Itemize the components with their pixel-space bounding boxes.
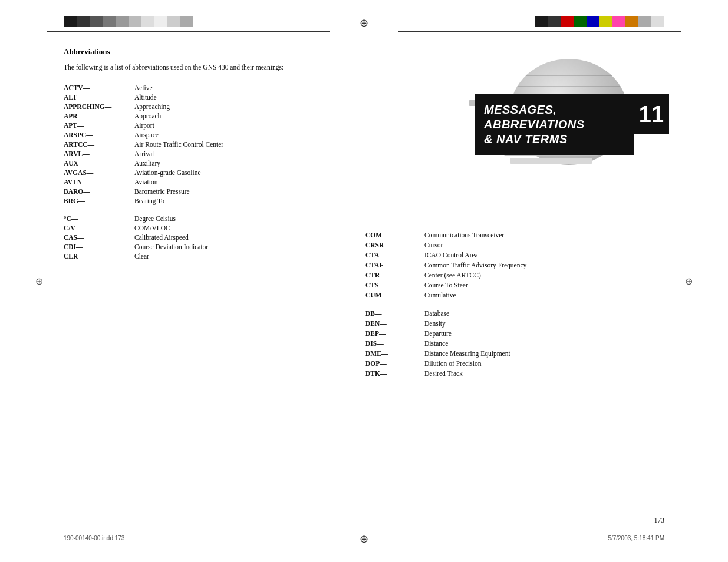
header-bar	[64, 16, 77, 27]
abbreviation-meaning: Distance Measuring Equipment	[424, 348, 654, 358]
abbreviation-term: DIS—	[365, 338, 424, 348]
list-item: DB—Database	[365, 308, 654, 318]
abbreviation-meaning: Active	[134, 83, 335, 92]
abbreviation-meaning: Arrival	[134, 149, 335, 158]
abbreviation-term: ARVL—	[64, 149, 134, 158]
page-number: 173	[654, 517, 664, 524]
header-bar	[129, 16, 141, 27]
top-rule-left	[47, 31, 330, 32]
list-item: CDI—Course Deviation Indicator	[64, 242, 335, 252]
header-bar	[535, 16, 548, 27]
abbreviation-term: CTS—	[365, 280, 424, 290]
abbreviation-term: AVGAS—	[64, 168, 134, 177]
abbreviation-meaning: Aviation-grade Gasoline	[134, 168, 335, 177]
abbreviation-term: CTR—	[365, 270, 424, 280]
section-title: Abbreviations	[64, 47, 335, 57]
abbreviation-term: AVTN—	[64, 177, 134, 187]
bottom-rule-left	[47, 531, 330, 531]
list-item: CLR—Clear	[64, 252, 335, 261]
abbreviation-meaning: Calibrated Airspeed	[134, 233, 335, 242]
bottom-rule-right	[398, 531, 681, 531]
footer-left: 190-00140-00.indd 173	[64, 535, 124, 541]
header-bar	[154, 16, 167, 27]
abbreviation-term: DB—	[365, 308, 424, 318]
abbreviation-term: APT—	[64, 121, 134, 130]
abbreviation-meaning: Departure	[424, 328, 654, 338]
header-bar	[612, 16, 625, 27]
abbreviation-meaning: Common Traffic Advisory Frequency	[424, 260, 654, 270]
header-bar	[77, 16, 90, 27]
header-bar	[561, 16, 574, 27]
abbreviation-term: APPRCHING—	[64, 102, 134, 111]
list-item: BRG—Bearing To	[64, 196, 335, 206]
header-bar	[103, 16, 116, 27]
list-item: AVTN—Aviation	[64, 177, 335, 187]
abbreviation-term: ARTCC—	[64, 140, 134, 149]
chapter-number-box: 11	[634, 94, 669, 134]
list-item: ALT—Altitude	[64, 92, 335, 102]
abbreviation-term: DME—	[365, 348, 424, 358]
abbreviation-term: C/V—	[64, 223, 134, 233]
header-bar	[167, 16, 180, 27]
page: ⊕ ⊕ ⊕ ⊕ Abbreviations The following is a…	[0, 0, 728, 562]
abbreviation-term: ALT—	[64, 92, 134, 102]
abbreviation-meaning: Airport	[134, 121, 335, 130]
left-column: Abbreviations The following is a list of…	[64, 47, 335, 261]
abbreviation-meaning: ICAO Control Area	[424, 250, 654, 260]
abbreviation-meaning: Dilution of Precision	[424, 358, 654, 368]
abbreviation-term: DTK—	[365, 368, 424, 378]
abbreviation-meaning: Cumulative	[424, 290, 654, 300]
abbreviation-meaning: Desired Track	[424, 368, 654, 378]
list-item: DME—Distance Measuring Equipment	[365, 348, 654, 358]
list-item: APPRCHING—Approaching	[64, 102, 335, 111]
abbreviation-term: CAS—	[64, 233, 134, 242]
abbreviation-meaning: Cursor	[424, 240, 654, 250]
list-item: APT—Airport	[64, 121, 335, 130]
list-item: CTS—Course To Steer	[365, 280, 654, 290]
header-bar	[587, 16, 599, 27]
header-bar	[638, 16, 651, 27]
abbreviation-term: COM—	[365, 230, 424, 240]
right-abbreviations-table: COM—Communications TransceiverCRSR—Curso…	[365, 230, 654, 378]
header-bar	[599, 16, 612, 27]
abbreviation-term: BARO—	[64, 187, 134, 196]
list-item: ARVL—Arrival	[64, 149, 335, 158]
abbreviation-term: CTAF—	[365, 260, 424, 270]
right-column: COM—Communications TransceiverCRSR—Curso…	[365, 230, 654, 378]
abbreviation-term: DEP—	[365, 328, 424, 338]
abbreviation-term: APR—	[64, 111, 134, 121]
abbreviation-meaning: Barometric Pressure	[134, 187, 335, 196]
center-top-registration-mark: ⊕	[360, 16, 368, 29]
left-registration-mark: ⊕	[35, 276, 43, 287]
list-item: DOP—Dilution of Precision	[365, 358, 654, 368]
list-item: ARTCC—Air Route Traffic Control Center	[64, 140, 335, 149]
abbreviation-term: DOP—	[365, 358, 424, 368]
abbreviation-meaning: Database	[424, 308, 654, 318]
abbreviation-meaning: Altitude	[134, 92, 335, 102]
abbreviation-term: °C—	[64, 214, 134, 223]
list-item: CTA—ICAO Control Area	[365, 250, 654, 260]
globe-line	[510, 86, 628, 87]
abbreviation-term: DEN—	[365, 318, 424, 328]
abbreviation-meaning: Distance	[424, 338, 654, 348]
abbreviation-meaning: Center (see ARTCC)	[424, 270, 654, 280]
abbreviation-term: BRG—	[64, 196, 134, 206]
top-rule-right	[398, 31, 681, 32]
abbreviation-term: CTA—	[365, 250, 424, 260]
abbreviation-meaning: Air Route Traffic Control Center	[134, 140, 335, 149]
abbreviation-term: CLR—	[64, 252, 134, 261]
abbreviation-meaning: Density	[424, 318, 654, 328]
abbr-spacer	[64, 206, 335, 214]
header-color-bars-right	[535, 16, 664, 27]
abbreviation-term: CRSR—	[365, 240, 424, 250]
abbreviation-meaning: Communications Transceiver	[424, 230, 654, 240]
list-item: CUM—Cumulative	[365, 290, 654, 300]
header-color-bars-left	[64, 16, 193, 27]
header-bar	[180, 16, 193, 27]
header-bar	[574, 16, 587, 27]
header-bar	[90, 16, 103, 27]
list-item: APR—Approach	[64, 111, 335, 121]
list-item: AUX—Auxiliary	[64, 158, 335, 168]
center-bottom-registration-mark: ⊕	[360, 533, 368, 546]
list-item: ACTV—Active	[64, 83, 335, 92]
